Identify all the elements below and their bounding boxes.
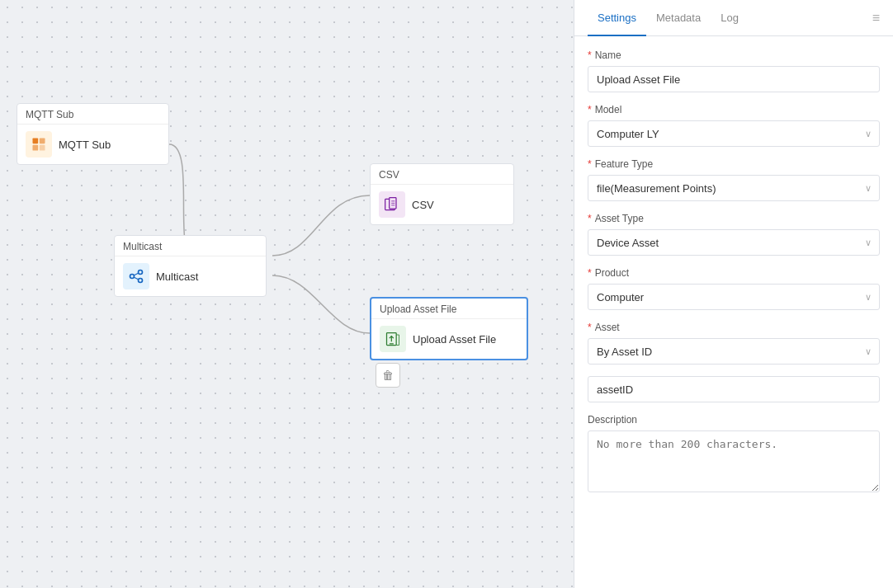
svg-line-8: [135, 277, 139, 280]
feature-type-field-group: *Feature Type file(Measurement Points) ∨: [588, 158, 880, 201]
tabs-bar: Settings Metadata Log ≡: [574, 0, 893, 36]
asset-select-wrapper: By Asset ID ∨: [588, 338, 880, 365]
panel-content: *Name *Model Computer LY ∨ *Feature Type: [574, 36, 893, 588]
product-field-group: *Product Computer ∨: [588, 267, 880, 310]
asset-type-field-group: *Asset Type Device Asset ∨: [588, 213, 880, 256]
multicast-node[interactable]: Multicast Multicast: [114, 235, 267, 297]
asset-id-input[interactable]: [588, 376, 880, 402]
delete-node-button[interactable]: 🗑: [376, 363, 400, 388]
svg-point-6: [139, 279, 143, 283]
product-label: *Product: [588, 267, 880, 279]
tab-settings[interactable]: Settings: [588, 0, 646, 36]
product-select-wrapper: Computer ∨: [588, 284, 880, 310]
svg-point-4: [130, 275, 135, 279]
description-label: Description: [588, 414, 880, 426]
multicast-icon: [123, 263, 149, 289]
csv-node-title: CSV: [371, 164, 513, 185]
tabs-menu-icon[interactable]: ≡: [872, 11, 880, 26]
svg-point-5: [139, 270, 143, 275]
description-field-group: Description: [588, 414, 880, 495]
tab-metadata[interactable]: Metadata: [646, 0, 711, 36]
upload-label: Upload Asset File: [413, 333, 496, 346]
mqtt-node-title: MQTT Sub: [17, 104, 168, 125]
tab-log[interactable]: Log: [711, 0, 749, 36]
right-panel: Settings Metadata Log ≡ *Name *Model: [574, 0, 893, 588]
upload-node[interactable]: Upload Asset File Upload Asset File: [370, 297, 528, 360]
multicast-node-title: Multicast: [115, 236, 266, 256]
model-label: *Model: [588, 104, 880, 115]
csv-icon: [379, 191, 405, 218]
svg-rect-2: [33, 145, 39, 151]
asset-id-field-group: [588, 376, 880, 402]
feature-type-select[interactable]: file(Measurement Points): [588, 175, 880, 201]
mqtt-node[interactable]: MQTT Sub MQTT Sub: [17, 103, 169, 165]
model-select[interactable]: Computer LY: [588, 120, 880, 147]
asset-type-select-wrapper: Device Asset ∨: [588, 229, 880, 256]
mqtt-label: MQTT Sub: [59, 139, 111, 151]
svg-rect-3: [40, 145, 45, 151]
name-field-group: *Name: [588, 49, 880, 92]
description-textarea[interactable]: [588, 430, 880, 492]
trash-icon: 🗑: [382, 369, 394, 382]
svg-rect-0: [33, 139, 39, 144]
multicast-label: Multicast: [156, 270, 198, 283]
svg-rect-1: [40, 139, 45, 144]
csv-node[interactable]: CSV CSV: [370, 163, 514, 225]
asset-type-select[interactable]: Device Asset: [588, 229, 880, 256]
name-input[interactable]: [588, 66, 880, 92]
feature-type-select-wrapper: file(Measurement Points) ∨: [588, 175, 880, 201]
mqtt-icon: [26, 131, 52, 158]
canvas: MQTT Sub MQTT Sub Multicast: [0, 0, 574, 588]
asset-label: *Asset: [588, 322, 880, 333]
product-select[interactable]: Computer: [588, 284, 880, 310]
upload-node-title: Upload Asset File: [371, 299, 527, 319]
feature-type-label: *Feature Type: [588, 158, 880, 170]
model-field-group: *Model Computer LY ∨: [588, 104, 880, 147]
asset-field-group: *Asset By Asset ID ∨: [588, 322, 880, 365]
name-label: *Name: [588, 49, 880, 61]
model-select-wrapper: Computer LY ∨: [588, 120, 880, 147]
svg-line-7: [135, 273, 139, 275]
asset-select[interactable]: By Asset ID: [588, 338, 880, 365]
upload-icon: [380, 326, 406, 352]
asset-type-label: *Asset Type: [588, 213, 880, 224]
csv-label: CSV: [412, 199, 434, 211]
